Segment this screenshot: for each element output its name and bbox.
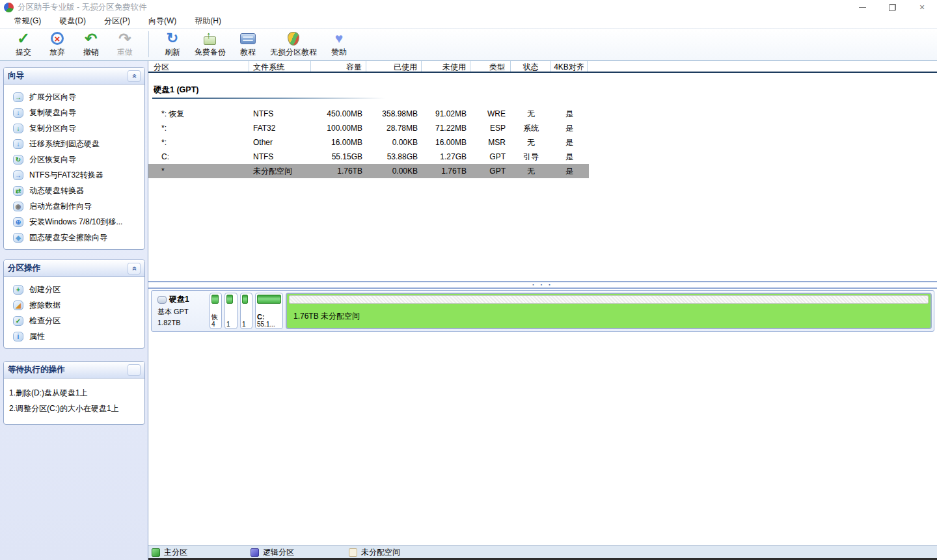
menu-disk[interactable]: 硬盘(D) — [50, 14, 95, 28]
table-row-selected[interactable]: * 未分配空间 1.76TB 0.00KB 1.76TB GPT 无 是 — [148, 164, 589, 178]
close-button[interactable]: × — [907, 0, 937, 14]
usage-bar — [242, 295, 248, 304]
sidebar-item-partition-recovery-wizard[interactable]: ↻ 分区恢复向导 — [4, 152, 144, 167]
column-type[interactable]: 类型 — [470, 61, 511, 72]
ssd-erase-icon: ◆ — [13, 233, 23, 243]
pending-operation: 1.删除(D:)盘从硬盘1上 — [9, 385, 144, 401]
partition-ops-title: 分区操作 — [8, 263, 128, 274]
redo-button[interactable]: ↷ 重做 — [108, 29, 142, 59]
disk-size: 1.82TB — [157, 319, 206, 327]
wizards-collapse-button[interactable]: » — [128, 70, 141, 82]
sidebar-item-ntfs-fat32-converter[interactable]: → NTFS与FAT32转换器 — [4, 167, 144, 183]
disk-map: 硬盘1 基本 GPT 1.82TB 恢4 1 1 C:55.1... — [151, 290, 934, 332]
column-used[interactable]: 已使用 — [366, 61, 422, 72]
partition-ops-header: 分区操作 » — [4, 260, 144, 277]
column-unused[interactable]: 未使用 — [422, 61, 470, 72]
restore-button[interactable] — [877, 0, 907, 14]
disk-block-recovery[interactable]: 恢4 — [210, 293, 222, 329]
column-filesystem[interactable]: 文件系统 — [249, 61, 311, 72]
menu-bar: 常规(G) 硬盘(D) 分区(P) 向导(W) 帮助(H) — [0, 14, 937, 29]
table-row[interactable]: *: 恢复 NTFS 450.00MB 358.98MB 91.02MB WRE… — [148, 107, 937, 121]
table-row[interactable]: *: Other 16.00MB 0.00KB 16.00MB MSR 无 是 — [148, 135, 937, 150]
sidebar-item-ssd-secure-erase-wizard[interactable]: ◆ 固态硬盘安全擦除向导 — [4, 230, 144, 245]
disk-icon — [157, 296, 167, 304]
pending-ops-collapse-button[interactable] — [128, 364, 141, 376]
sidebar-item-check-partition[interactable]: ✓ 检查分区 — [4, 313, 144, 328]
menu-general[interactable]: 常规(G) — [5, 14, 50, 28]
pending-ops-panel: 等待执行的操作 1.删除(D:)盘从硬盘1上 2.调整分区(C:)的大小在硬盘1… — [3, 361, 145, 425]
splitter-grip-icon: ▪ ▪ ▪ — [532, 283, 552, 287]
column-capacity[interactable]: 容量 — [311, 61, 366, 72]
app-window: 分区助手专业版 - 无损分区免费软件 × 常规(G) 硬盘(D) 分区(P) 向… — [0, 0, 937, 560]
disk-block-esp[interactable]: 1 — [224, 293, 238, 329]
sidebar-item-migrate-os-to-ssd[interactable]: ↓ 迁移系统到固态硬盘 — [4, 136, 144, 152]
tutorial-button[interactable]: 教程 — [231, 29, 265, 59]
disk-info-box[interactable]: 硬盘1 基本 GPT 1.82TB — [154, 293, 207, 329]
discard-button[interactable]: × 放弃 — [40, 29, 74, 59]
commit-button[interactable]: ✓ 提交 — [7, 29, 40, 59]
sidebar-item-extend-partition-wizard[interactable]: → 扩展分区向导 — [4, 89, 144, 105]
pane-splitter[interactable]: ▪ ▪ ▪ — [148, 281, 937, 289]
disk-block-msr[interactable]: 1 — [240, 293, 252, 329]
wizards-panel-title: 向导 — [8, 70, 128, 81]
legend-logical: 逻辑分区 — [251, 546, 294, 559]
partition-ops-panel: 分区操作 » + 创建分区 ◢ 擦除数据 ✓ 检查分区 i 属性 — [3, 260, 145, 349]
column-status[interactable]: 状态 — [511, 61, 551, 72]
free-backup-button[interactable]: ↑ 免费备份 — [189, 29, 231, 59]
app-icon — [4, 3, 14, 12]
sidebar-item-copy-disk-wizard[interactable]: ↓ 复制硬盘向导 — [4, 105, 144, 120]
title-bar: 分区助手专业版 - 无损分区免费软件 × — [0, 0, 937, 14]
column-partition[interactable]: 分区 — [148, 61, 249, 72]
column-4kb-aligned[interactable]: 4KB对齐 — [551, 61, 588, 72]
sidebar-item-dynamic-disk-converter[interactable]: ⇄ 动态硬盘转换器 — [4, 183, 144, 198]
sidebar: 向导 » → 扩展分区向导 ↓ 复制硬盘向导 ↓ 复制分区向导 ↓ 迁移系统到固… — [0, 61, 148, 560]
chevron-up-icon: » — [129, 266, 139, 271]
refresh-icon: ↻ — [167, 31, 178, 46]
disk-name: 硬盘1 — [169, 294, 189, 305]
close-icon: × — [919, 2, 925, 12]
unallocated-label: 1.76TB 未分配空间 — [293, 311, 360, 322]
properties-info-icon: i — [13, 332, 23, 341]
table-row[interactable]: *: FAT32 100.00MB 28.78MB 71.22MB ESP 系统… — [148, 121, 937, 135]
legend-primary: 主分区 — [152, 546, 187, 559]
partition-recovery-icon: ↻ — [13, 155, 23, 165]
menu-help[interactable]: 帮助(H) — [185, 14, 230, 28]
extend-partition-icon: → — [13, 92, 23, 102]
drive-icon — [240, 33, 256, 44]
toolbar: ✓ 提交 × 放弃 ↶ 撤销 ↷ 重做 ↻ 刷新 ↑ 免费备份 教程 — [0, 29, 937, 61]
menu-wizard[interactable]: 向导(W) — [139, 14, 185, 28]
legend-unallocated: 未分配空间 — [349, 546, 400, 559]
heart-icon: ♥ — [335, 31, 343, 46]
disk-block-unallocated-selected[interactable]: 1.76TB 未分配空间 — [286, 293, 932, 329]
unallocated-swatch — [349, 548, 357, 557]
minimize-button[interactable] — [847, 0, 877, 14]
table-row[interactable]: C: NTFS 55.15GB 53.88GB 1.27GB GPT 引导 是 — [148, 150, 937, 164]
lossless-tutorial-button[interactable]: 无损分区教程 — [265, 29, 322, 59]
sidebar-item-wipe-data[interactable]: ◢ 擦除数据 — [4, 297, 144, 313]
dynamic-disk-icon: ⇄ — [13, 186, 23, 196]
logical-partition-swatch — [251, 548, 259, 557]
sidebar-item-copy-partition-wizard[interactable]: ↓ 复制分区向导 — [4, 120, 144, 136]
unallocated-hatch-bar — [289, 295, 929, 304]
usage-bar — [226, 295, 233, 304]
undo-button[interactable]: ↶ 撤销 — [74, 29, 108, 59]
sidebar-item-properties[interactable]: i 属性 — [4, 328, 144, 344]
refresh-button[interactable]: ↻ 刷新 — [156, 29, 189, 59]
table-header: 分区 文件系统 容量 已使用 未使用 类型 状态 4KB对齐 — [148, 61, 937, 73]
sidebar-item-create-partition[interactable]: + 创建分区 — [4, 282, 144, 297]
sidebar-item-boot-cd-wizard[interactable]: ◉ 启动光盘制作向导 — [4, 198, 144, 214]
disk-kind: 基本 GPT — [157, 307, 206, 317]
disk-block-c[interactable]: C:55.1... — [255, 293, 283, 329]
wizards-panel: 向导 » → 扩展分区向导 ↓ 复制硬盘向导 ↓ 复制分区向导 ↓ 迁移系统到固… — [3, 67, 145, 250]
donate-button[interactable]: ♥ 赞助 — [322, 29, 356, 59]
partition-ops-collapse-button[interactable]: » — [128, 263, 141, 274]
backup-icon: ↑ — [202, 31, 218, 46]
boot-cd-icon: ◉ — [13, 202, 23, 211]
check-partition-icon: ✓ — [13, 316, 23, 326]
sidebar-item-install-windows-to-removable[interactable]: ⊕ 安装Windows 7/8/10到移... — [4, 214, 144, 230]
usage-bar — [211, 295, 219, 304]
undo-icon: ↶ — [85, 31, 97, 46]
primary-partition-swatch — [152, 548, 160, 557]
menu-partition[interactable]: 分区(P) — [95, 14, 139, 28]
minimize-icon — [859, 7, 866, 8]
